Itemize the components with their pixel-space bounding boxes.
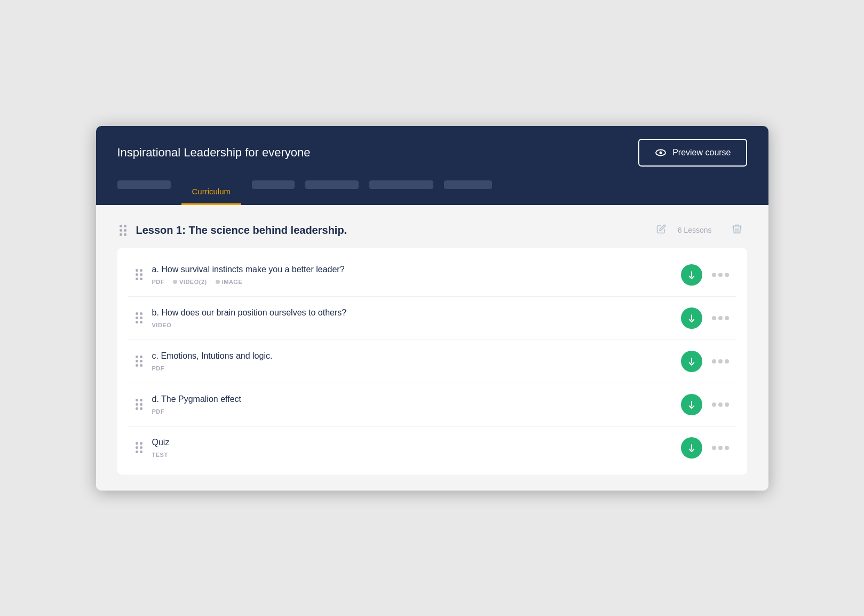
item-content: c. Emotions, Intutions and logic. PDF (152, 351, 673, 372)
tab-placeholder-5 (444, 180, 492, 189)
item-title: Quiz (152, 438, 673, 447)
more-options-button[interactable] (710, 271, 731, 279)
item-actions (681, 264, 731, 286)
item-title: a. How survival instincts make you a bet… (152, 265, 673, 274)
item-drag-handle[interactable] (133, 310, 145, 326)
item-tag: VIDEO (152, 322, 172, 328)
lesson-delete-button[interactable] (727, 221, 747, 240)
download-button[interactable] (681, 264, 702, 286)
item-tags: PDF VIDEO(2) IMAGE (152, 279, 673, 285)
download-button[interactable] (681, 307, 702, 329)
download-button[interactable] (681, 437, 702, 459)
download-icon (686, 313, 697, 323)
trash-icon (731, 223, 743, 235)
item-drag-handle[interactable] (133, 397, 145, 412)
download-icon (686, 399, 697, 410)
item-tag: IMAGE (216, 279, 243, 285)
preview-button-label: Preview course (672, 148, 731, 157)
item-tags: PDF (152, 365, 673, 372)
header: Inspirational Leadership for everyone Pr… (96, 126, 768, 179)
download-button[interactable] (681, 351, 702, 372)
item-tag: PDF (152, 408, 165, 415)
tab-placeholder-3 (305, 180, 359, 189)
download-icon (686, 270, 697, 280)
item-title: d. The Pygmalion effect (152, 394, 673, 404)
download-icon (686, 443, 697, 453)
item-title: b. How does our brain position ourselves… (152, 308, 673, 318)
download-button[interactable] (681, 394, 702, 415)
lesson-edit-button[interactable] (652, 222, 670, 239)
item-content: d. The Pygmalion effect PDF (152, 394, 673, 415)
item-content: b. How does our brain position ourselves… (152, 308, 673, 328)
tab-placeholder-1 (117, 180, 171, 189)
item-tags: PDF (152, 408, 673, 415)
item-tag: PDF (152, 365, 165, 372)
main-content: Lesson 1: The science behind leadership.… (96, 205, 768, 491)
item-tags: VIDEO (152, 322, 673, 328)
svg-point-1 (660, 151, 662, 154)
tab-placeholder-2 (252, 180, 295, 189)
item-tag: PDF (152, 279, 165, 285)
course-title: Inspirational Leadership for everyone (117, 146, 311, 160)
item-drag-handle[interactable] (133, 267, 145, 282)
lesson-item: Quiz TEST (128, 427, 736, 469)
item-drag-handle[interactable] (133, 440, 145, 455)
lesson-item: b. How does our brain position ourselves… (128, 297, 736, 340)
item-actions (681, 351, 731, 372)
item-tags: TEST (152, 452, 673, 458)
item-drag-handle[interactable] (133, 353, 145, 369)
tab-curriculum[interactable]: Curriculum (181, 179, 242, 205)
item-title: c. Emotions, Intutions and logic. (152, 351, 673, 361)
lesson-items-container: a. How survival instincts make you a bet… (117, 248, 747, 475)
item-tag: TEST (152, 452, 168, 458)
tab-placeholder-4 (369, 180, 433, 189)
download-icon (686, 356, 697, 367)
lesson-header: Lesson 1: The science behind leadership.… (117, 221, 747, 240)
eye-icon (654, 146, 667, 159)
main-window: Inspirational Leadership for everyone Pr… (96, 126, 768, 491)
preview-course-button[interactable]: Preview course (638, 139, 747, 167)
lesson-title: Lesson 1: The science behind leadership. (136, 224, 645, 236)
lesson-drag-handle[interactable] (117, 223, 129, 238)
item-content: a. How survival instincts make you a bet… (152, 265, 673, 285)
navigation-tabs: Curriculum (96, 179, 768, 205)
more-options-button[interactable] (710, 400, 731, 409)
pencil-icon (656, 224, 666, 234)
more-options-button[interactable] (710, 357, 731, 366)
lesson-item: a. How survival instincts make you a bet… (128, 254, 736, 297)
more-options-button[interactable] (710, 314, 731, 322)
lesson-item: c. Emotions, Intutions and logic. PDF (128, 340, 736, 383)
item-actions (681, 307, 731, 329)
item-tag: VIDEO(2) (173, 279, 207, 285)
item-content: Quiz TEST (152, 438, 673, 458)
more-options-button[interactable] (710, 444, 731, 452)
lesson-count: 6 Lessons (678, 226, 712, 234)
item-actions (681, 437, 731, 459)
lesson-item: d. The Pygmalion effect PDF (128, 383, 736, 427)
item-actions (681, 394, 731, 415)
